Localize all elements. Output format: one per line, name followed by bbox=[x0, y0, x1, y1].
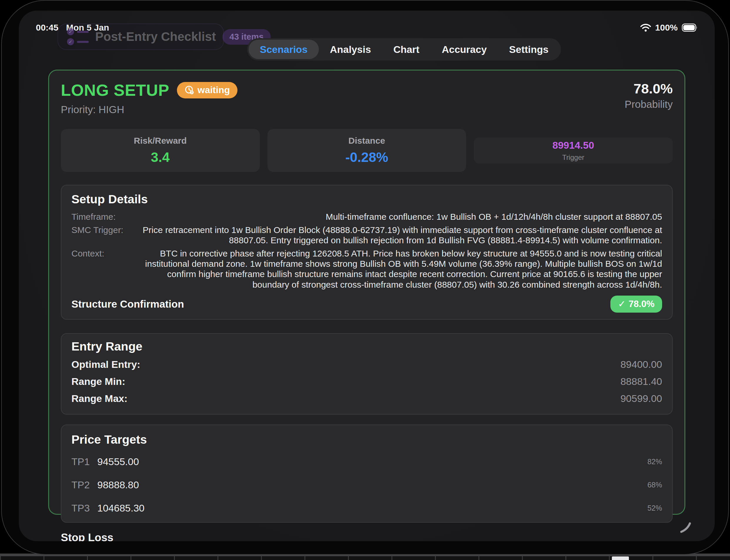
stat-card-risk-reward: Risk/Reward 3.4 bbox=[61, 129, 260, 172]
tp-value: 94555.00 bbox=[97, 456, 139, 467]
check-icon: ✓ bbox=[618, 299, 626, 309]
tp-row-2: TP2 98888.80 68% bbox=[71, 479, 662, 491]
tab-accuracy[interactable]: Accuracy bbox=[431, 40, 498, 59]
stage: 00:45 Mon 5 Jan 100% bbox=[0, 0, 730, 560]
detail-value: Price retracement into 1w Bullish Order … bbox=[135, 225, 662, 245]
stop-loss-heading: Stop Loss bbox=[61, 532, 673, 541]
probability-label: Probability bbox=[625, 98, 673, 110]
tp-value: 104685.30 bbox=[97, 502, 145, 514]
stop-loss-block: Stop Loss 87508.40 bbox=[61, 532, 673, 541]
price-targets-section: Price Targets TP1 94555.00 82% TP2 98888… bbox=[61, 425, 673, 523]
keyboard-key-white bbox=[612, 556, 629, 560]
entry-range-heading: Entry Range bbox=[71, 340, 662, 353]
stats-row: Risk/Reward 3.4 Distance -0.28% 89914.50… bbox=[61, 129, 673, 172]
setup-details-section: Setup Details Timeframe: Multi-timeframe… bbox=[61, 185, 673, 320]
tab-chart[interactable]: Chart bbox=[382, 40, 431, 59]
svg-text:?: ? bbox=[191, 91, 192, 94]
detail-label: SMC Trigger: bbox=[71, 225, 127, 245]
detail-value: Multi-timeframe confluence: 1w Bullish O… bbox=[135, 212, 662, 222]
setup-card: LONG SETUP ? w bbox=[48, 70, 685, 515]
detail-row-context: Context: BTC in corrective phase after r… bbox=[71, 248, 662, 289]
stat-card-distance: Distance -0.28% bbox=[267, 129, 466, 172]
tp-label: TP1 bbox=[71, 456, 97, 467]
tab-bar: Scenarios Analysis Chart Accuracy Settin… bbox=[247, 38, 561, 61]
detail-row-smc-trigger: SMC Trigger: Price retracement into 1w B… bbox=[71, 225, 662, 245]
checklist-icon: ✓ ✓ bbox=[67, 28, 89, 45]
entry-value: 90599.00 bbox=[620, 393, 662, 404]
structure-confirmation-label: Structure Confirmation bbox=[71, 298, 184, 310]
tab-settings[interactable]: Settings bbox=[498, 40, 560, 59]
page-title: Post-Entry Checklist bbox=[95, 30, 216, 44]
detail-row-timeframe: Timeframe: Multi-timeframe confluence: 1… bbox=[71, 212, 662, 222]
battery-percent: 100% bbox=[655, 23, 678, 33]
tp-probability: 52% bbox=[647, 504, 662, 512]
detail-label: Context: bbox=[71, 248, 127, 289]
entry-row-min: Range Min: 88881.40 bbox=[71, 375, 662, 388]
tp-value: 98888.80 bbox=[97, 479, 139, 491]
stat-label: Distance bbox=[348, 136, 385, 146]
checklist-header[interactable]: ✓ ✓ Post-Entry Checklist 43 items bbox=[58, 24, 224, 50]
wifi-icon bbox=[640, 24, 651, 32]
detail-label: Timeframe: bbox=[71, 212, 127, 222]
tp-label: TP2 bbox=[71, 479, 97, 491]
device-frame: 00:45 Mon 5 Jan 100% bbox=[1, 0, 729, 555]
trigger-label: Trigger bbox=[562, 153, 584, 162]
setup-details-heading: Setup Details bbox=[71, 192, 662, 206]
tab-analysis[interactable]: Analysis bbox=[319, 40, 382, 59]
tp-row-1: TP1 94555.00 82% bbox=[71, 456, 662, 467]
price-targets-heading: Price Targets bbox=[71, 433, 662, 447]
stat-value: 3.4 bbox=[151, 149, 170, 165]
stat-label: Risk/Reward bbox=[134, 136, 187, 146]
tab-scenarios[interactable]: Scenarios bbox=[249, 40, 319, 59]
clock-icon: ? bbox=[185, 85, 195, 95]
scroll-indicator[interactable] bbox=[674, 515, 693, 535]
setup-title: LONG SETUP bbox=[61, 81, 169, 100]
setup-card-header: LONG SETUP ? w bbox=[61, 81, 673, 115]
battery-icon bbox=[682, 24, 698, 32]
detail-value: BTC in corrective phase after rejecting … bbox=[135, 248, 662, 289]
waiting-badge-label: waiting bbox=[197, 85, 230, 95]
screen: 00:45 Mon 5 Jan 100% bbox=[19, 11, 715, 541]
tp-probability: 82% bbox=[647, 457, 662, 466]
status-time: 00:45 bbox=[36, 23, 58, 33]
priority-label: Priority: HIGH bbox=[61, 104, 237, 115]
entry-label: Range Max: bbox=[71, 393, 128, 404]
entry-label: Range Min: bbox=[71, 376, 125, 387]
entry-label: Optimal Entry: bbox=[71, 359, 140, 370]
entry-row-optimal: Optimal Entry: 89400.00 bbox=[71, 358, 662, 371]
confirmation-badge-value: 78.0% bbox=[629, 299, 654, 309]
trigger-card: 89914.50 Trigger bbox=[474, 138, 673, 163]
stat-value: -0.28% bbox=[345, 149, 388, 165]
tp-label: TP3 bbox=[71, 502, 97, 514]
entry-value: 88881.40 bbox=[620, 376, 662, 387]
structure-confirmation-row: Structure Confirmation ✓ 78.0% bbox=[71, 296, 662, 313]
entry-value: 89400.00 bbox=[620, 359, 662, 370]
confirmation-badge: ✓ 78.0% bbox=[610, 296, 662, 313]
probability-value: 78.0% bbox=[625, 81, 673, 97]
entry-row-max: Range Max: 90599.00 bbox=[71, 392, 662, 405]
trigger-value: 89914.50 bbox=[552, 140, 594, 151]
tp-probability: 68% bbox=[647, 481, 662, 489]
tp-row-3: TP3 104685.30 52% bbox=[71, 502, 662, 514]
entry-range-section: Entry Range Optimal Entry: 89400.00 Rang… bbox=[61, 333, 673, 415]
waiting-status-badge: ? waiting bbox=[177, 82, 237, 98]
